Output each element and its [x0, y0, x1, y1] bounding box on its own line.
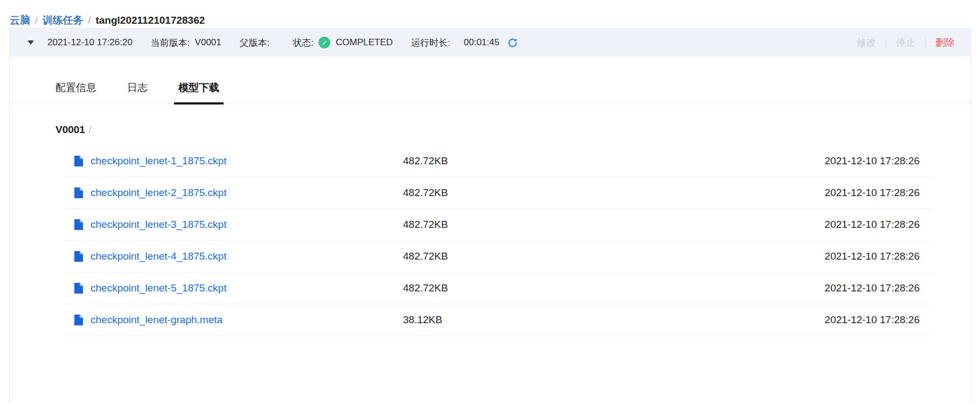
file-size: 482.72KB	[403, 155, 825, 167]
parent-version-group: 父版本:	[240, 37, 275, 49]
file-cell: checkpoint_lenet-3_1875.ckpt	[74, 219, 403, 231]
duration-value: 00:01:45	[464, 37, 499, 48]
file-cell: checkpoint_lenet-1_1875.ckpt	[74, 155, 403, 167]
delete-button[interactable]: 删除	[926, 36, 955, 49]
file-document-icon	[74, 219, 83, 230]
modify-button[interactable]: 修改	[847, 36, 886, 49]
job-detail-card: 2021-12-10 17:26:20 当前版本: V0001 父版本: 状态:…	[9, 28, 971, 405]
table-row: checkpoint_lenet-5_1875.ckpt 482.72KB 20…	[64, 273, 930, 304]
file-download-link[interactable]: checkpoint_lenet-4_1875.ckpt	[91, 250, 226, 262]
file-modified-time: 2021-12-10 17:28:26	[825, 250, 920, 262]
file-download-link[interactable]: checkpoint_lenet-5_1875.ckpt	[91, 282, 226, 294]
file-document-icon	[74, 315, 83, 325]
file-modified-time: 2021-12-10 17:28:26	[825, 187, 920, 199]
table-row: checkpoint_lenet-4_1875.ckpt 482.72KB 20…	[64, 241, 930, 273]
tab-config-info[interactable]: 配置信息	[55, 81, 96, 103]
file-document-icon	[74, 283, 83, 294]
file-modified-time: 2021-12-10 17:28:26	[825, 155, 920, 167]
file-cell: checkpoint_lenet-2_1875.ckpt	[74, 187, 403, 199]
tab-model-download[interactable]: 模型下载	[178, 81, 219, 103]
file-document-icon	[74, 251, 83, 262]
file-download-link[interactable]: checkpoint_lenet-3_1875.ckpt	[91, 219, 226, 231]
file-document-icon	[74, 187, 83, 198]
job-created-time: 2021-12-10 17:26:20	[47, 37, 133, 48]
file-download-link[interactable]: checkpoint_lenet-2_1875.ckpt	[91, 187, 226, 199]
current-version-label: 当前版本:	[151, 37, 190, 49]
breadcrumb-current-task: tangl202112101728362	[95, 15, 205, 26]
current-version-group: 当前版本: V0001	[151, 37, 221, 49]
breadcrumb-separator: /	[30, 15, 43, 26]
tab-logs[interactable]: 日志	[127, 81, 148, 103]
file-cell: checkpoint_lenet-4_1875.ckpt	[74, 250, 403, 262]
job-actions: 修改 停止 删除	[847, 36, 955, 49]
table-row: checkpoint_lenet-3_1875.ckpt 482.72KB 20…	[64, 209, 930, 241]
table-row: checkpoint_lenet-1_1875.ckpt 482.72KB 20…	[64, 145, 930, 177]
stop-button[interactable]: 停止	[886, 36, 925, 49]
job-version-header: 2021-12-10 17:26:20 当前版本: V0001 父版本: 状态:…	[10, 29, 971, 57]
breadcrumb-separator: /	[84, 15, 96, 26]
breadcrumb-link-cloudbrain[interactable]: 云脑	[10, 13, 30, 27]
refresh-icon[interactable]	[507, 37, 518, 48]
file-download-link[interactable]: checkpoint_lenet-graph.meta	[91, 314, 223, 326]
check-circle-icon: ✓	[318, 37, 330, 48]
parent-version-label: 父版本:	[240, 37, 270, 49]
duration-label: 运行时长:	[411, 37, 450, 49]
file-size: 482.72KB	[403, 219, 825, 231]
status-value: COMPLETED	[336, 37, 393, 48]
file-download-link[interactable]: checkpoint_lenet-1_1875.ckpt	[91, 155, 226, 167]
status-group: 状态: ✓ COMPLETED	[293, 37, 393, 49]
file-cell: checkpoint_lenet-5_1875.ckpt	[74, 282, 403, 294]
breadcrumb: 云脑 / 训练任务 / tangl202112101728362	[0, 0, 980, 28]
status-label: 状态:	[293, 37, 314, 49]
model-path: V0001 /	[55, 124, 930, 136]
file-size: 482.72KB	[403, 187, 825, 199]
file-modified-time: 2021-12-10 17:28:26	[825, 314, 920, 326]
file-size: 38.12KB	[403, 314, 825, 326]
table-row: checkpoint_lenet-2_1875.ckpt 482.72KB 20…	[64, 177, 930, 209]
model-path-version[interactable]: V0001	[55, 124, 85, 136]
file-modified-time: 2021-12-10 17:28:26	[825, 219, 920, 231]
file-cell: checkpoint_lenet-graph.meta	[74, 314, 403, 326]
current-version-value: V0001	[195, 37, 221, 48]
detail-tabs: 配置信息 日志 模型下载	[10, 81, 971, 104]
duration-group: 运行时长: 00:01:45	[411, 37, 518, 49]
file-size: 482.72KB	[403, 282, 825, 294]
file-size: 482.72KB	[403, 250, 825, 262]
model-download-panel: V0001 / checkpoint_lenet-1_1875.ckpt 482…	[10, 104, 971, 336]
file-document-icon	[74, 156, 83, 166]
model-path-separator: /	[89, 124, 92, 136]
breadcrumb-link-training-tasks[interactable]: 训练任务	[43, 13, 84, 27]
caret-down-icon[interactable]	[27, 40, 34, 45]
model-file-table: checkpoint_lenet-1_1875.ckpt 482.72KB 20…	[64, 145, 930, 336]
file-modified-time: 2021-12-10 17:28:26	[825, 282, 920, 294]
table-row: checkpoint_lenet-graph.meta 38.12KB 2021…	[64, 304, 930, 336]
